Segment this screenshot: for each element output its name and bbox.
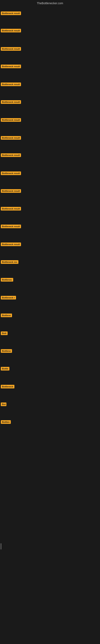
result-row-10: Bottleneck result bbox=[1, 172, 21, 176]
result-row-3: Bottleneck result bbox=[1, 47, 21, 52]
bottleneck-badge-10[interactable]: Bottleneck result bbox=[1, 172, 21, 175]
result-row-13: Bottleneck result bbox=[1, 224, 21, 229]
bottleneck-badge-20[interactable]: Bottlene bbox=[1, 349, 12, 353]
bottleneck-badge-16[interactable]: Bottlenec bbox=[1, 278, 13, 282]
result-row-19: Bott bbox=[1, 332, 8, 336]
result-row-20: Bottlene bbox=[1, 349, 12, 354]
result-row-18: Bottlene bbox=[1, 314, 12, 318]
result-row-23: Bot bbox=[1, 402, 6, 407]
bottleneck-badge-14[interactable]: Bottleneck result bbox=[1, 242, 21, 246]
result-row-21: Bottle bbox=[1, 367, 9, 371]
bottleneck-badge-3[interactable]: Bottleneck result bbox=[1, 47, 21, 51]
bottleneck-badge-13[interactable]: Bottleneck result bbox=[1, 224, 21, 228]
result-row-22: Bottleneck bbox=[1, 385, 14, 389]
bottleneck-badge-18[interactable]: Bottlene bbox=[1, 314, 12, 317]
result-row-16: Bottlenec bbox=[1, 278, 13, 282]
bottleneck-badge-11[interactable]: Bottleneck result bbox=[1, 189, 21, 193]
result-row-7: Bottleneck result bbox=[1, 118, 21, 122]
bottleneck-badge-12[interactable]: Bottleneck result bbox=[1, 207, 21, 210]
result-row-9: Bottleneck result bbox=[1, 153, 21, 158]
bottleneck-badge-4[interactable]: Bottleneck result bbox=[1, 64, 21, 68]
result-row-5: Bottleneck result bbox=[1, 82, 21, 87]
bottleneck-badge-22[interactable]: Bottleneck bbox=[1, 385, 14, 388]
result-row-17: Bottleneck r bbox=[1, 296, 16, 300]
result-row-6: Bottleneck result bbox=[1, 100, 21, 105]
bottleneck-badge-2[interactable]: Bottleneck result bbox=[1, 29, 21, 32]
bottleneck-badge-17[interactable]: Bottleneck r bbox=[1, 296, 16, 300]
bottleneck-badge-19[interactable]: Bott bbox=[1, 332, 8, 335]
result-row-14: Bottleneck result bbox=[1, 242, 21, 247]
bottleneck-badge-23[interactable]: Bot bbox=[1, 402, 6, 406]
bottleneck-badge-8[interactable]: Bottleneck result bbox=[1, 136, 21, 140]
result-row-11: Bottleneck result bbox=[1, 189, 21, 194]
bottleneck-badge-9[interactable]: Bottleneck result bbox=[1, 153, 21, 157]
bottleneck-badge-1[interactable]: Bottleneck result bbox=[1, 12, 21, 15]
cursor-line bbox=[1, 544, 1, 550]
bottleneck-badge-5[interactable]: Bottleneck result bbox=[1, 82, 21, 86]
bottleneck-badge-21[interactable]: Bottle bbox=[1, 367, 9, 370]
site-title: TheBottlenecker.com bbox=[0, 0, 100, 6]
bottleneck-badge-24[interactable]: Bottlen bbox=[1, 420, 11, 424]
result-row-15: Bottleneck res bbox=[1, 260, 18, 265]
bottleneck-badge-6[interactable]: Bottleneck result bbox=[1, 100, 21, 104]
result-row-2: Bottleneck result bbox=[1, 29, 21, 33]
bottleneck-badge-7[interactable]: Bottleneck result bbox=[1, 118, 21, 122]
result-row-12: Bottleneck result bbox=[1, 207, 21, 211]
result-row-1: Bottleneck result bbox=[1, 12, 21, 16]
result-row-4: Bottleneck result bbox=[1, 64, 21, 69]
result-row-8: Bottleneck result bbox=[1, 136, 21, 140]
bottleneck-badge-15[interactable]: Bottleneck res bbox=[1, 260, 18, 264]
result-row-24: Bottlen bbox=[1, 420, 11, 425]
